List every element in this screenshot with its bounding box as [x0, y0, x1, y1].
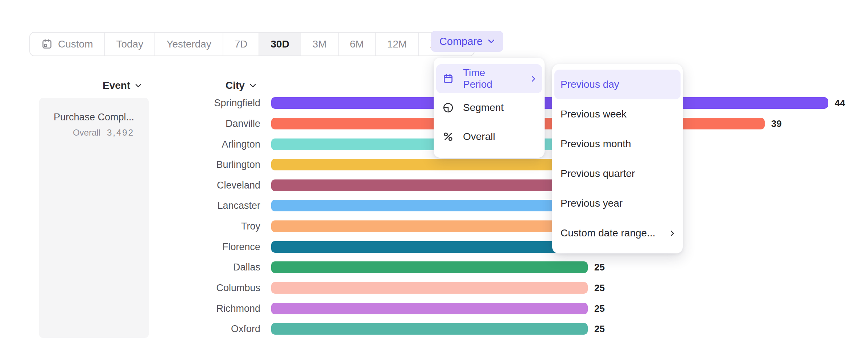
chart-row: Oxford 25 — [0, 323, 868, 335]
date-range-12m[interactable]: 12M — [376, 33, 419, 55]
chevron-down-icon — [488, 39, 495, 44]
calendar-icon — [443, 73, 454, 84]
event-column-header[interactable]: Event — [103, 79, 141, 92]
city-column-header[interactable]: City — [226, 79, 256, 92]
chart-row: Florence — [0, 241, 868, 253]
date-range-toolbar: Custom Today Yesterday 7D 30D 3M 6M 12M … — [29, 32, 475, 56]
date-range-yesterday[interactable]: Yesterday — [155, 33, 223, 55]
bar-label: Burlington — [0, 159, 260, 171]
time-period-submenu: Previous day Previous week Previous mont… — [552, 64, 683, 253]
bar-label: Troy — [0, 220, 260, 232]
event-card[interactable]: Purchase Compl... Overall 3,492 — [39, 98, 149, 338]
chart-row: Richmond 25 — [0, 303, 868, 314]
date-range-label: Custom — [58, 38, 93, 50]
date-range-6m[interactable]: 6M — [339, 33, 376, 55]
bar-label: Richmond — [0, 303, 260, 315]
menu-item-segment[interactable]: Segment — [436, 93, 542, 122]
date-range-3m[interactable]: 3M — [301, 33, 339, 55]
menu-item-time-period[interactable]: Time Period — [436, 64, 542, 93]
date-range-today[interactable]: Today — [105, 33, 155, 55]
chevron-down-icon — [250, 84, 256, 88]
chart-row: Lancaster — [0, 200, 868, 211]
bar-label: Danville — [0, 118, 260, 130]
bar-richmond[interactable] — [271, 303, 588, 314]
submenu-item-previous-week[interactable]: Previous week — [554, 99, 681, 129]
bar-dallas[interactable] — [271, 261, 588, 273]
submenu-item-custom-date-range[interactable]: Custom date range... — [554, 218, 681, 248]
bar-columbus[interactable] — [271, 282, 588, 294]
bar-florence[interactable] — [271, 241, 600, 253]
bar-label: Columbus — [0, 282, 260, 294]
bar-value: 25 — [594, 261, 605, 273]
bar-label: Dallas — [0, 261, 260, 273]
insights-report: Custom Today Yesterday 7D 30D 3M 6M 12M … — [0, 0, 868, 364]
percent-icon — [443, 131, 454, 142]
bar-label: Oxford — [0, 323, 260, 335]
date-range-7d[interactable]: 7D — [223, 33, 260, 55]
chevron-right-icon — [670, 230, 674, 236]
chart-row: Burlington — [0, 159, 868, 170]
bar-value: 44 — [835, 97, 845, 109]
date-range-custom[interactable]: Custom — [30, 33, 105, 55]
submenu-item-previous-day[interactable]: Previous day — [554, 70, 681, 99]
bar-value: 39 — [771, 118, 782, 129]
chevron-right-icon — [532, 76, 536, 82]
bar-label: Arlington — [0, 138, 260, 150]
bar-label: Lancaster — [0, 200, 260, 212]
segment-icon — [443, 102, 454, 113]
submenu-item-previous-quarter[interactable]: Previous quarter — [554, 159, 681, 189]
submenu-item-previous-year[interactable]: Previous year — [554, 189, 681, 218]
bar-label: Florence — [0, 241, 260, 253]
calendar-icon — [41, 38, 53, 50]
bar-value: 25 — [594, 282, 605, 294]
bar-value: 25 — [594, 303, 605, 314]
bar-value: 25 — [594, 323, 605, 335]
chart-row: Columbus 25 — [0, 282, 868, 294]
date-range-30d[interactable]: 30D — [259, 33, 301, 55]
bar-label: Springfield — [0, 97, 260, 109]
bar-oxford[interactable] — [271, 323, 588, 335]
chart-row: Cleveland — [0, 179, 868, 191]
bar-label: Cleveland — [0, 179, 260, 191]
chart-row: Dallas 25 — [0, 261, 868, 273]
submenu-item-previous-month[interactable]: Previous month — [554, 129, 681, 159]
compare-menu: Time Period Segment — [434, 58, 545, 158]
menu-item-overall[interactable]: Overall — [436, 122, 542, 151]
bar-springfield[interactable] — [271, 97, 828, 109]
chart-row: Troy — [0, 220, 868, 232]
chevron-down-icon — [135, 84, 141, 88]
compare-button[interactable]: Compare — [431, 31, 503, 52]
